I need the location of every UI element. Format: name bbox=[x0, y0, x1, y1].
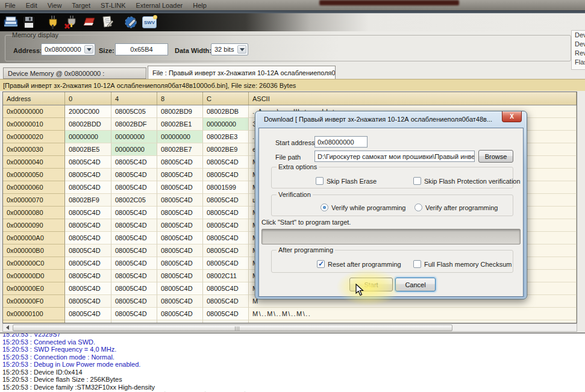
memory-cell[interactable]: 08001599 bbox=[203, 181, 249, 194]
memory-cell[interactable]: 00000000 bbox=[65, 131, 111, 143]
memory-cell[interactable]: 08005C4D bbox=[65, 207, 111, 219]
scroll-left-arrow-icon[interactable] bbox=[3, 324, 11, 331]
memory-cell[interactable]: 08002BF9 bbox=[65, 194, 111, 207]
memory-cell[interactable]: 08005C4D bbox=[203, 169, 249, 181]
menu-help[interactable]: Help bbox=[193, 2, 207, 9]
reset-after-programming-checkbox[interactable] bbox=[317, 260, 325, 268]
memory-cell[interactable]: 08005C4D bbox=[65, 169, 111, 181]
save-icon[interactable] bbox=[20, 14, 37, 30]
table-row[interactable]: 0x0000010008005C4D08005C4D08005C4D08005C… bbox=[3, 308, 577, 320]
file-path-input[interactable]: D:\Гироскутер самокат мои прошивки\Правы… bbox=[314, 151, 475, 162]
memory-cell[interactable]: 08005C4D bbox=[203, 295, 249, 308]
memory-cell[interactable]: 08005C4D bbox=[65, 282, 111, 295]
scrollbar-thumb[interactable] bbox=[13, 325, 452, 331]
memory-cell[interactable]: 08002BD9 bbox=[157, 105, 203, 118]
memory-cell[interactable]: 08005C4D bbox=[157, 232, 203, 244]
memory-cell[interactable]: 08005C4D bbox=[157, 282, 203, 295]
memory-cell[interactable]: 00000000 bbox=[111, 131, 157, 143]
memory-cell[interactable]: 08005C4D bbox=[111, 232, 157, 244]
memory-cell[interactable]: 08005C4D bbox=[111, 156, 157, 169]
skip-flash-erase-checkbox[interactable] bbox=[316, 177, 324, 185]
close-icon[interactable]: X bbox=[502, 111, 522, 122]
memory-cell[interactable]: 08005C4D bbox=[111, 295, 157, 308]
memory-cell[interactable]: 00000000 bbox=[203, 118, 249, 131]
memory-cell[interactable]: 08005C4D bbox=[157, 270, 203, 282]
memory-cell[interactable]: 08002BDF bbox=[111, 118, 157, 131]
memory-cell[interactable]: 08002BE9 bbox=[203, 143, 249, 156]
menu-target[interactable]: Target bbox=[72, 2, 90, 9]
verify-while-programming-radio[interactable] bbox=[321, 204, 328, 211]
swv-icon[interactable]: SWV bbox=[141, 14, 158, 30]
memory-cell[interactable]: 08005C4D bbox=[203, 156, 249, 169]
full-flash-checksum-checkbox[interactable] bbox=[413, 260, 421, 268]
memory-cell[interactable]: 08005C4D bbox=[157, 194, 203, 207]
erase-chip-icon[interactable] bbox=[81, 14, 98, 30]
memory-cell[interactable]: 08002BE1 bbox=[157, 118, 203, 131]
memory-cell[interactable]: 08005C4D bbox=[111, 308, 157, 320]
program-verify-icon[interactable] bbox=[99, 14, 116, 30]
memory-cell[interactable]: 08005C05 bbox=[111, 105, 157, 118]
memory-cell[interactable]: 08002BDD bbox=[65, 118, 111, 131]
memory-cell[interactable]: 08005C4D bbox=[65, 181, 111, 194]
menu-view[interactable]: View bbox=[48, 2, 62, 9]
verify-after-programming-radio[interactable] bbox=[415, 204, 422, 211]
memory-cell[interactable]: 08005C4D bbox=[65, 156, 111, 169]
memory-cell[interactable]: 00000000 bbox=[111, 143, 157, 156]
memory-cell[interactable]: 08005C4D bbox=[65, 295, 111, 308]
column-header-4[interactable]: 4 bbox=[111, 92, 157, 105]
memory-cell[interactable]: 00000000 bbox=[157, 131, 203, 143]
memory-cell[interactable]: 08005C4D bbox=[111, 207, 157, 219]
data-width-dropdown-arrow[interactable] bbox=[237, 45, 246, 54]
memory-cell[interactable]: 08005C4D bbox=[111, 244, 157, 257]
menu-file[interactable]: File bbox=[5, 2, 16, 9]
memory-cell[interactable]: 08002BDB bbox=[203, 105, 249, 118]
address-combobox[interactable]: 0x08000000 bbox=[41, 43, 95, 55]
memory-cell[interactable]: 08005C4D bbox=[203, 257, 249, 270]
target-settings-icon[interactable] bbox=[123, 14, 140, 30]
memory-cell[interactable]: 08002BE3 bbox=[203, 131, 249, 143]
memory-cell[interactable]: 08005C4D bbox=[65, 257, 111, 270]
menu-st-link[interactable]: ST-LINK bbox=[101, 2, 126, 9]
log-console[interactable]: 15:20:53 : V2J29S715:20:53 : Connected v… bbox=[0, 332, 585, 392]
memory-cell[interactable]: 08005C4D bbox=[65, 270, 111, 282]
memory-cell[interactable]: 08005C4D bbox=[157, 156, 203, 169]
browse-button[interactable]: Browse bbox=[478, 150, 513, 163]
open-file-icon[interactable] bbox=[2, 14, 19, 30]
column-header-ascii[interactable]: ASCII bbox=[249, 92, 577, 105]
memory-cell[interactable]: 08005C4D bbox=[65, 244, 111, 257]
memory-cell[interactable]: 08005C4D bbox=[203, 308, 249, 320]
memory-cell[interactable]: 08005C4D bbox=[157, 244, 203, 257]
memory-cell[interactable]: 2000C000 bbox=[65, 105, 111, 118]
column-header-0[interactable]: 0 bbox=[65, 92, 111, 105]
memory-cell[interactable]: 08005C4D bbox=[111, 270, 157, 282]
memory-cell[interactable]: 08005C4D bbox=[65, 232, 111, 244]
memory-cell[interactable]: 08002C05 bbox=[111, 194, 157, 207]
menu-edit[interactable]: Edit bbox=[26, 2, 37, 9]
tab-file[interactable]: File : Правый инверт зх-2нажатия 10-12А … bbox=[148, 66, 336, 79]
column-header-8[interactable]: 8 bbox=[157, 92, 203, 105]
memory-cell[interactable]: 08005C4D bbox=[111, 257, 157, 270]
memory-cell[interactable]: 08005C4D bbox=[157, 169, 203, 181]
memory-cell[interactable]: 08002BE5 bbox=[65, 143, 111, 156]
memory-cell[interactable]: 08005C4D bbox=[111, 219, 157, 232]
memory-cell[interactable]: 08005C4D bbox=[111, 282, 157, 295]
memory-cell[interactable]: 08005C4D bbox=[203, 194, 249, 207]
skip-flash-protection-checkbox[interactable] bbox=[413, 177, 421, 185]
memory-cell[interactable]: 08005C4D bbox=[203, 282, 249, 295]
horizontal-scrollbar[interactable] bbox=[2, 323, 577, 332]
column-header-c[interactable]: C bbox=[203, 92, 249, 105]
data-width-combobox[interactable]: 32 bits bbox=[211, 43, 248, 55]
menu-external-loader[interactable]: External Loader bbox=[136, 2, 183, 9]
memory-cell[interactable]: 08005C4D bbox=[157, 181, 203, 194]
column-header-address[interactable]: Address bbox=[3, 92, 65, 105]
memory-cell[interactable]: 08005C4D bbox=[111, 169, 157, 181]
memory-cell[interactable]: 08005C4D bbox=[157, 207, 203, 219]
start-address-input[interactable]: 0x08000000 bbox=[314, 136, 368, 148]
address-dropdown-arrow[interactable] bbox=[84, 45, 93, 54]
tab-device-memory[interactable]: Device Memory @ 0x08000000 : bbox=[3, 67, 146, 79]
memory-cell[interactable]: 08005C4D bbox=[203, 207, 249, 219]
size-input[interactable]: 0x65B4 bbox=[115, 43, 168, 55]
memory-cell[interactable]: 08005C4D bbox=[203, 232, 249, 244]
memory-cell[interactable]: 08002BE7 bbox=[157, 143, 203, 156]
memory-cell[interactable]: 08002C11 bbox=[203, 270, 249, 282]
